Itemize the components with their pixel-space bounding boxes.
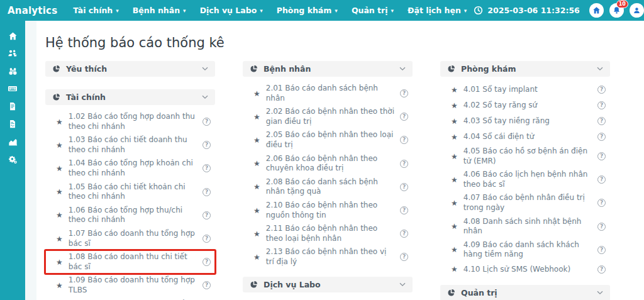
star-icon[interactable]: ★ (253, 90, 260, 97)
report-link[interactable]: ★ 1.02 Báo cáo tổng hợp doanh thu theo c… (45, 110, 215, 133)
help-circle-icon[interactable]: ? (400, 160, 408, 168)
sidebar-item-documents[interactable] (0, 115, 25, 133)
top-nav-item[interactable]: Tài chính ▾ (66, 0, 126, 21)
help-circle-icon[interactable]: ? (597, 133, 606, 141)
star-icon[interactable]: ★ (253, 253, 260, 261)
help-circle-icon[interactable]: ? (597, 246, 606, 254)
help-circle-icon[interactable]: ? (597, 175, 606, 184)
help-circle-icon[interactable]: ? (400, 113, 408, 121)
help-circle-icon[interactable]: ? (400, 230, 408, 238)
report-link[interactable]: ★ 4.09 Báo cáo danh sách khách hàng tiềm… (440, 238, 610, 262)
help-circle-icon[interactable]: ? (203, 258, 211, 266)
star-icon[interactable]: ★ (56, 118, 63, 126)
section-header[interactable]: Dịch vụ Labo (243, 277, 413, 292)
account-button[interactable] (630, 3, 644, 18)
sidebar-item-reports[interactable] (0, 133, 25, 150)
report-link[interactable]: ★ 2.13 Báo cáo bệnh nhân theo vị trí địa… (243, 245, 413, 269)
report-link[interactable]: ★ 4.03 Sổ tay niềng răng ? (440, 113, 610, 129)
home-button[interactable] (589, 3, 604, 18)
help-circle-icon[interactable]: ? (203, 141, 211, 149)
help-circle-icon[interactable]: ? (203, 188, 211, 196)
sidebar-item-patients[interactable] (0, 45, 25, 62)
star-icon[interactable]: ★ (451, 246, 458, 253)
report-link[interactable]: ★ 2.06 Báo cáo bệnh nhân theo chuyên kho… (243, 152, 413, 175)
report-link[interactable]: ★ 1.09 Báo cáo doanh thu tổng hợp TLBS ? (45, 274, 215, 297)
sidebar-item-home[interactable] (0, 27, 25, 45)
sidebar-item-settings[interactable] (0, 150, 25, 168)
help-circle-icon[interactable]: ? (597, 223, 606, 231)
report-link[interactable]: ★ 4.02 Sổ tay răng sứ ? (440, 97, 610, 113)
sidebar-item-search[interactable] (0, 62, 25, 80)
help-circle-icon[interactable]: ? (203, 235, 211, 243)
help-circle-icon[interactable]: ? (400, 206, 408, 214)
star-icon[interactable]: ★ (451, 118, 458, 125)
help-circle-icon[interactable]: ? (400, 183, 408, 191)
top-nav-item[interactable]: Dịch vụ Labo ▾ (193, 0, 270, 21)
help-circle-icon[interactable]: ? (597, 199, 606, 207)
report-link[interactable]: ★ 3.01 Thời gian bảo hành theo dịch vụ ? (243, 297, 413, 300)
report-link[interactable]: ★ 1.10 Báo cáo doanh thu chi tiết TLBS ? (45, 297, 215, 300)
sidebar-item-keyboard[interactable] (0, 80, 25, 97)
app-brand[interactable]: Analytics (0, 5, 66, 16)
top-nav-item[interactable]: Quản trị ▾ (345, 0, 401, 21)
star-icon[interactable]: ★ (451, 199, 458, 207)
report-link[interactable]: ★ 4.05 Báo cáo hồ sơ bệnh án điện tử (EM… (440, 145, 610, 168)
star-icon[interactable]: ★ (56, 188, 63, 196)
section-header[interactable]: Yêu thích (45, 61, 215, 77)
star-icon[interactable]: ★ (253, 207, 260, 214)
star-icon[interactable]: ★ (56, 165, 63, 172)
help-circle-icon[interactable]: ? (597, 265, 606, 274)
report-link[interactable]: ★ 1.06 Báo cáo tổng hợp thu/chi theo chi… (45, 204, 215, 227)
section-header[interactable]: Bệnh nhân (243, 61, 413, 77)
star-icon[interactable]: ★ (56, 235, 63, 243)
star-icon[interactable]: ★ (56, 282, 63, 289)
star-icon[interactable]: ★ (253, 136, 260, 144)
star-icon[interactable]: ★ (451, 176, 458, 184)
report-link[interactable]: ★ 2.02 Báo cáo bệnh nhân theo thời gian … (243, 105, 413, 128)
help-circle-icon[interactable]: ? (597, 86, 606, 94)
report-link[interactable]: ★ 1.08 Báo cáo doanh thu chi tiết bác sĩ… (45, 250, 215, 274)
help-circle-icon[interactable]: ? (400, 136, 408, 144)
top-nav-item[interactable]: Phòng khám ▾ (270, 0, 345, 21)
star-icon[interactable]: ★ (451, 265, 458, 273)
star-icon[interactable]: ★ (56, 258, 63, 266)
help-circle-icon[interactable]: ? (203, 211, 211, 219)
star-icon[interactable]: ★ (451, 102, 458, 109)
report-link[interactable]: ★ 4.07 Báo cáo bệnh nhân điều trị trong … (440, 191, 610, 214)
section-header[interactable]: Quản trị (440, 285, 610, 300)
help-circle-icon[interactable]: ? (597, 101, 606, 109)
report-link[interactable]: ★ 4.04 Sổ cái điện tử ? (440, 129, 610, 145)
report-link[interactable]: ★ 4.06 Báo cáo lịch hẹn bệnh nhân theo b… (440, 168, 610, 191)
star-icon[interactable]: ★ (451, 223, 458, 230)
help-circle-icon[interactable]: ? (597, 152, 606, 160)
report-link[interactable]: ★ 2.01 Báo cáo danh sách bệnh nhân ? (243, 82, 413, 105)
help-circle-icon[interactable]: ? (400, 253, 408, 261)
top-nav-item[interactable]: Đặt lịch hẹn ▾ (401, 0, 474, 21)
report-link[interactable]: ★ 2.05 Báo cáo bệnh nhân theo loại điều … (243, 128, 413, 152)
report-link[interactable]: ★ 2.11 Báo cáo bệnh nhân theo theo loại … (243, 222, 413, 245)
top-nav-item[interactable]: Bệnh nhân ▾ (126, 0, 193, 21)
sidebar-item-invoices[interactable] (0, 97, 25, 115)
section-header[interactable]: Phòng khám (440, 61, 610, 77)
help-circle-icon[interactable]: ? (203, 118, 211, 126)
star-icon[interactable]: ★ (451, 86, 458, 94)
star-icon[interactable]: ★ (56, 142, 63, 149)
help-circle-icon[interactable]: ? (203, 281, 211, 289)
section-header[interactable]: Tài chính (45, 89, 215, 105)
report-link[interactable]: ★ 2.08 Báo cáo danh sách bệnh nhân tặng … (243, 175, 413, 199)
report-link[interactable]: ★ 4.10 Lịch sử SMS (Webhook) ? (440, 262, 610, 277)
star-icon[interactable]: ★ (451, 153, 458, 160)
report-link[interactable]: ★ 1.07 Báo cáo doanh thu tổng hợp bác sĩ… (45, 227, 215, 250)
star-icon[interactable]: ★ (253, 113, 260, 121)
star-icon[interactable]: ★ (253, 160, 260, 167)
report-link[interactable]: ★ 2.10 Báo cáo bệnh nhân theo nguồn thôn… (243, 199, 413, 222)
report-link[interactable]: ★ 1.03 Báo cáo chi tiết doanh thu theo c… (45, 133, 215, 157)
report-link[interactable]: ★ 4.08 Danh sách sinh nhật bệnh nhân ? (440, 215, 610, 238)
star-icon[interactable]: ★ (451, 133, 458, 141)
report-link[interactable]: ★ 1.04 Báo cáo tổng hợp khoản chi theo c… (45, 157, 215, 180)
report-link[interactable]: ★ 1.05 Báo cáo chi tiết khoản chi theo c… (45, 181, 215, 204)
star-icon[interactable]: ★ (56, 211, 63, 219)
star-icon[interactable]: ★ (253, 230, 260, 238)
notifications-button[interactable]: 10 (609, 3, 624, 18)
star-icon[interactable]: ★ (253, 183, 260, 191)
